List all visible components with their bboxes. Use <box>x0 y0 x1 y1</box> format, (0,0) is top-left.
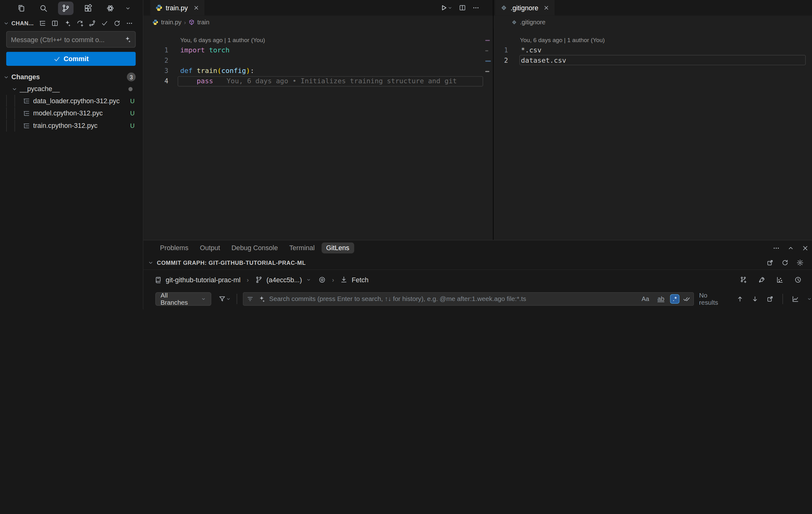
breadcrumb[interactable]: .gitignore <box>493 16 812 29</box>
code-editor-train-py[interactable]: You, 6 days ago | 1 author (You) 1import… <box>143 28 493 240</box>
regex-toggle[interactable]: .* <box>670 295 679 303</box>
untracked-badge: U <box>130 122 135 129</box>
close-icon[interactable] <box>544 5 550 11</box>
tab-strip: .gitignore <box>493 0 812 16</box>
tab-terminal[interactable]: Terminal <box>285 242 319 253</box>
chevron-down-icon[interactable] <box>306 277 311 282</box>
folder-status-dot <box>128 87 133 91</box>
tab-problems[interactable]: Problems <box>155 242 193 253</box>
file-row[interactable]: data_loader.cpython-312.pyc U <box>0 95 143 107</box>
more-actions-icon[interactable] <box>126 20 133 27</box>
refresh-icon[interactable] <box>113 20 121 27</box>
visualize-scatter-icon[interactable] <box>776 276 783 283</box>
python-icon <box>152 19 158 25</box>
open-in-editor-icon[interactable] <box>766 259 774 266</box>
chevron-down-icon[interactable] <box>147 259 154 265</box>
close-panel-icon[interactable] <box>802 244 809 251</box>
changes-section[interactable]: Changes 3 <box>0 71 143 83</box>
commit-check-icon[interactable] <box>101 20 108 27</box>
untracked-badge: U <box>130 97 135 104</box>
branches-filter-dropdown[interactable]: All Branches <box>155 292 211 306</box>
tab-gitignore[interactable]: .gitignore <box>495 0 555 16</box>
chevron-down-icon[interactable] <box>125 5 131 11</box>
tab-output[interactable]: Output <box>195 242 225 253</box>
more-actions-icon[interactable] <box>472 4 480 11</box>
filter-lines-icon <box>246 295 254 302</box>
section-title: COMMIT GRAPH: GIT-GITHUB-TUTORIAL-PRAC-M… <box>157 259 306 265</box>
codelens-blame[interactable]: You, 6 days ago | 1 author (You) <box>168 37 265 43</box>
more-actions-icon[interactable] <box>773 244 780 251</box>
activity-bar <box>13 1 131 16</box>
view-as-tree-icon[interactable] <box>39 20 46 27</box>
open-in-view-icon[interactable] <box>766 295 774 302</box>
sparkle-icon[interactable] <box>64 20 71 27</box>
repo-icon <box>154 276 162 283</box>
breadcrumb[interactable]: train.py › train <box>143 16 493 29</box>
codelens-blame[interactable]: You, 6 days ago | 1 author (You) <box>508 37 605 43</box>
symbol-module-icon <box>188 19 195 25</box>
minimap[interactable] <box>484 28 493 240</box>
commit-message-input[interactable]: Message (Ctrl+↵ to commit o... <box>6 31 136 48</box>
commit-search-input[interactable]: Search commits (press Enter to search, ↑… <box>243 292 694 306</box>
split-editor-icon[interactable] <box>459 4 466 11</box>
settings-gear-icon[interactable] <box>796 259 804 266</box>
target-icon[interactable] <box>319 276 326 283</box>
tab-gitlens[interactable]: GitLens <box>321 242 354 253</box>
match-case-toggle[interactable]: Aa <box>640 295 651 303</box>
folder-row-pycache[interactable]: __pycache__ <box>0 83 143 95</box>
chevron-down-icon[interactable] <box>3 20 9 27</box>
branch-icon <box>255 276 262 283</box>
sidebar-source-control: CHAN... Message (Ctrl+↵ to commit o... C… <box>0 0 143 309</box>
files-button[interactable] <box>13 2 29 15</box>
run-python-button[interactable] <box>440 4 453 11</box>
repo-name[interactable]: git-github-tutorial-prac-ml <box>166 276 241 284</box>
source-control-button[interactable] <box>58 2 74 15</box>
graph-chart-icon[interactable] <box>792 295 799 302</box>
code-editor-gitignore[interactable]: You, 6 days ago | 1 author (You) 1*.csv … <box>493 28 812 240</box>
editor-group-right: .gitignore .gitignore You, 6 days ago | … <box>493 0 812 240</box>
maximize-panel-icon[interactable] <box>787 244 794 251</box>
panel-tab-bar: Problems Output Debug Console Terminal G… <box>143 241 812 255</box>
gitignore-icon <box>511 19 517 25</box>
filter-button[interactable] <box>219 295 231 302</box>
discard-icon[interactable] <box>76 20 83 27</box>
history-clock-icon[interactable] <box>794 276 802 283</box>
layout-icon[interactable] <box>52 20 59 27</box>
next-match-icon[interactable] <box>752 295 759 302</box>
fetch-icon <box>340 276 348 283</box>
sparkle-icon[interactable] <box>258 295 265 302</box>
scm-title: CHAN... <box>11 20 34 27</box>
search-results-status: No results <box>699 292 728 306</box>
launchpad-rocket-icon[interactable] <box>758 276 765 283</box>
file-icon <box>23 109 30 117</box>
match-word-toggle[interactable]: ab <box>656 295 666 303</box>
untracked-badge: U <box>130 109 135 117</box>
editor-group-left: train.py train.py › train You, 6 days ag… <box>143 0 493 240</box>
fetch-button[interactable]: Fetch <box>352 276 369 284</box>
commit-message-placeholder: Message (Ctrl+↵ to commit o... <box>11 35 124 43</box>
current-line-highlight <box>178 76 483 87</box>
close-icon[interactable] <box>193 5 199 11</box>
bottom-panel: Problems Output Debug Console Terminal G… <box>143 240 812 309</box>
commit-graph-section-header[interactable]: COMMIT GRAPH: GIT-GITHUB-TUTORIAL-PRAC-M… <box>143 255 812 270</box>
vscode-window: CHAN... Message (Ctrl+↵ to commit o... C… <box>0 0 812 309</box>
match-all-icon[interactable] <box>683 295 690 302</box>
file-row[interactable]: train.cpython-312.pyc U <box>0 120 143 132</box>
previous-match-icon[interactable] <box>736 295 744 302</box>
generate-message-sparkle-icon[interactable] <box>124 36 131 43</box>
extensions-button[interactable] <box>80 2 96 15</box>
refresh-icon[interactable] <box>781 259 789 266</box>
create-branch-icon[interactable] <box>740 276 747 283</box>
commit-button[interactable]: Commit <box>6 52 136 66</box>
search-placeholder: Search commits (press Enter to search, ↑… <box>269 295 636 302</box>
tab-train-py[interactable]: train.py <box>150 0 204 16</box>
branch-name[interactable]: (a4ecc5b...) <box>266 276 302 284</box>
graph-toolbar: git-github-tutorial-prac-ml › (a4ecc5b..… <box>143 270 812 290</box>
openai-button[interactable] <box>103 2 118 15</box>
compare-branch-icon[interactable] <box>89 20 96 27</box>
chevron-down-icon[interactable] <box>807 296 812 302</box>
search-button[interactable] <box>36 2 52 15</box>
file-row[interactable]: model.cpython-312.pyc U <box>0 107 143 119</box>
tab-debug-console[interactable]: Debug Console <box>227 242 283 253</box>
changes-count-badge: 3 <box>127 73 136 81</box>
